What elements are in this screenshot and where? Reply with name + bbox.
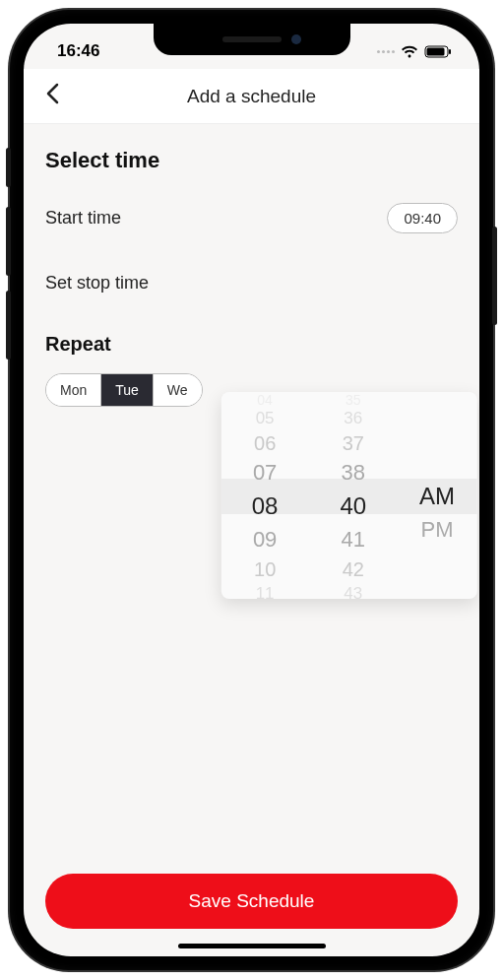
section-title: Select time bbox=[45, 148, 458, 173]
cellular-dots-icon bbox=[377, 50, 395, 53]
minute-option[interactable]: 38 bbox=[342, 457, 365, 489]
stop-time-label: Set stop time bbox=[45, 273, 149, 294]
nav-bar: Add a schedule bbox=[24, 69, 479, 124]
minute-option[interactable]: 42 bbox=[343, 555, 364, 583]
hour-option[interactable]: 05 bbox=[256, 408, 275, 429]
power-button bbox=[492, 227, 497, 325]
wifi-icon bbox=[401, 45, 418, 58]
time-picker[interactable]: 04 05 06 07 08 09 10 11 12 35 36 37 38 4… bbox=[220, 392, 476, 599]
status-right bbox=[377, 45, 452, 58]
start-time-value[interactable]: 09:40 bbox=[387, 203, 458, 233]
speaker-grille bbox=[222, 36, 282, 42]
hour-option[interactable]: 06 bbox=[254, 429, 276, 457]
svg-rect-1 bbox=[427, 47, 445, 55]
hour-option-selected[interactable]: 08 bbox=[252, 489, 279, 524]
ampm-option-selected[interactable]: AM bbox=[419, 479, 455, 514]
start-time-row: Start time 09:40 bbox=[45, 203, 458, 233]
minute-option[interactable]: 41 bbox=[342, 524, 365, 555]
minute-column[interactable]: 35 36 37 38 40 41 42 43 44 bbox=[309, 392, 398, 599]
day-wed[interactable]: We bbox=[154, 374, 202, 406]
page-title: Add a schedule bbox=[24, 86, 479, 107]
svg-rect-2 bbox=[449, 49, 451, 54]
status-time: 16:46 bbox=[57, 41, 99, 61]
save-schedule-button[interactable]: Save Schedule bbox=[45, 874, 458, 929]
home-indicator[interactable] bbox=[178, 944, 326, 948]
stop-time-row: Set stop time bbox=[45, 273, 458, 294]
day-selector: Mon Tue We bbox=[45, 373, 203, 407]
day-mon[interactable]: Mon bbox=[46, 374, 101, 406]
hour-option[interactable]: 11 bbox=[256, 583, 275, 599]
start-time-label: Start time bbox=[45, 208, 121, 229]
ampm-column[interactable]: AM PM bbox=[398, 392, 477, 599]
minute-option[interactable]: 43 bbox=[344, 583, 362, 599]
ampm-option[interactable]: PM bbox=[420, 514, 453, 546]
hour-option[interactable]: 04 bbox=[257, 392, 273, 408]
repeat-title: Repeat bbox=[45, 333, 458, 356]
hour-option[interactable]: 09 bbox=[253, 524, 277, 555]
content: Select time Start time 09:40 Set stop ti… bbox=[24, 124, 479, 874]
phone-frame: 16:46 Add a schedule Select time Start t… bbox=[10, 10, 493, 970]
minute-option[interactable]: 35 bbox=[346, 392, 361, 408]
back-button[interactable] bbox=[45, 81, 75, 111]
chevron-left-icon bbox=[45, 83, 59, 104]
minute-option[interactable]: 37 bbox=[343, 429, 364, 457]
front-camera bbox=[291, 34, 301, 44]
minute-option[interactable]: 36 bbox=[344, 408, 362, 429]
notch bbox=[154, 24, 350, 55]
volume-down-button bbox=[6, 291, 11, 359]
day-tue[interactable]: Tue bbox=[101, 374, 154, 406]
hour-column[interactable]: 04 05 06 07 08 09 10 11 12 bbox=[220, 392, 309, 599]
battery-icon bbox=[424, 45, 452, 58]
screen: 16:46 Add a schedule Select time Start t… bbox=[24, 24, 479, 956]
hour-option[interactable]: 10 bbox=[254, 555, 276, 583]
side-button bbox=[6, 148, 11, 187]
volume-up-button bbox=[6, 207, 11, 276]
minute-option-selected[interactable]: 40 bbox=[340, 489, 366, 524]
hour-option[interactable]: 07 bbox=[253, 457, 277, 489]
